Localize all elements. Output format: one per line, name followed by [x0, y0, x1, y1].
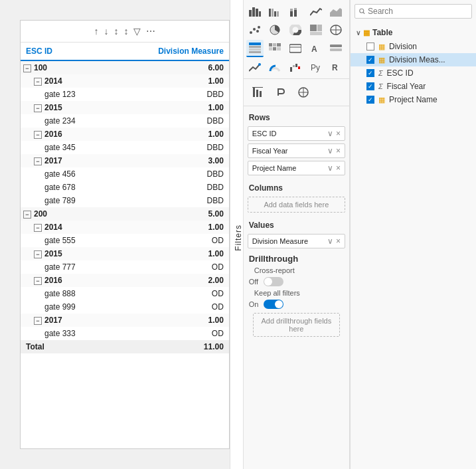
sort-desc-icon[interactable]: ↓: [104, 26, 108, 37]
tree-item-checkbox[interactable]: ✓: [366, 56, 374, 64]
expand-icon[interactable]: −: [34, 224, 42, 232]
map-icon[interactable]: [327, 21, 345, 39]
division-measure-close-icon[interactable]: ×: [336, 236, 341, 246]
text-icon[interactable]: A: [307, 40, 325, 57]
table-tree-header[interactable]: ∨ ▦ Table: [351, 25, 476, 40]
tree-item[interactable]: ✓ΣESC ID: [351, 66, 476, 80]
tree-items-container: ▦Division✓▦Division Meas...✓ΣESC ID✓ΣFis…: [351, 40, 476, 106]
keep-filters-label: Keep all filters: [254, 289, 339, 297]
keep-filters-track[interactable]: [264, 300, 283, 309]
tree-item-checkbox[interactable]: ✓: [366, 82, 374, 90]
cross-report-toggle[interactable]: [264, 277, 283, 286]
table-cell-measure: 1.00: [113, 247, 229, 260]
project-name-chevron-icon[interactable]: ∨: [327, 163, 333, 173]
table-row: −1006.00: [21, 60, 229, 74]
tree-item[interactable]: ✓▦Project Name: [351, 93, 476, 106]
search-input[interactable]: [368, 7, 467, 16]
fiscal-year-pill[interactable]: Fiscal Year ∨ ×: [248, 143, 345, 158]
table-cell-id: gate 789: [21, 194, 113, 207]
tree-item-label: ESC ID: [387, 68, 414, 78]
project-name-pill[interactable]: Project Name ∨ ×: [248, 161, 345, 175]
line-chart-icon[interactable]: [307, 3, 325, 20]
expand-icon[interactable]: −: [34, 157, 42, 165]
multi-bar-icon[interactable]: [266, 3, 283, 20]
svg-marker-12: [330, 8, 342, 17]
svg-text:A: A: [311, 45, 317, 54]
kpi-icon[interactable]: [246, 58, 264, 76]
svg-rect-2: [256, 9, 258, 17]
expand-icon[interactable]: −: [34, 78, 42, 86]
python-icon[interactable]: Py: [307, 58, 325, 76]
build-fields-icon[interactable]: [249, 83, 268, 102]
gauge-icon[interactable]: [266, 58, 283, 76]
expand-icon[interactable]: −: [34, 104, 42, 112]
sort-za-icon[interactable]: ↕: [123, 26, 128, 37]
pie-chart-icon[interactable]: [266, 21, 283, 39]
table-row: −20171.00: [21, 314, 229, 327]
esc-id-chevron-icon[interactable]: ∨: [327, 129, 333, 138]
table-row: −20151.00: [21, 101, 229, 114]
expand-icon[interactable]: −: [23, 211, 31, 219]
esc-id-close-icon[interactable]: ×: [336, 129, 341, 138]
scatter-icon[interactable]: [246, 21, 264, 39]
expand-icon[interactable]: −: [34, 317, 42, 325]
division-measure-pill[interactable]: Division Measure ∨ ×: [248, 234, 345, 248]
keep-filters-toggle[interactable]: [264, 300, 283, 309]
viz-toolbar: [244, 79, 349, 106]
treemap-icon[interactable]: [307, 21, 325, 39]
stacked-bar-icon[interactable]: [287, 3, 304, 20]
table-cell-id: −100: [21, 60, 113, 74]
filter-icon[interactable]: ▽: [133, 26, 141, 37]
svg-rect-6: [274, 11, 276, 17]
expand-icon[interactable]: −: [34, 250, 42, 258]
bar-chart-icon[interactable]: [246, 3, 264, 20]
tree-item[interactable]: ▦Division: [351, 40, 476, 53]
table-cell-measure: 1.00: [113, 101, 229, 114]
sort-asc-icon[interactable]: ↑: [94, 26, 98, 37]
division-measure-chevron-icon[interactable]: ∨: [327, 236, 333, 246]
more-options-icon[interactable]: ⋯: [146, 26, 155, 37]
columns-add-field[interactable]: Add data fields here: [248, 197, 345, 213]
expand-icon[interactable]: −: [34, 131, 42, 139]
tree-item[interactable]: ✓ΣFiscal Year: [351, 80, 476, 93]
tree-item-checkbox[interactable]: ✓: [366, 69, 374, 77]
table-icon[interactable]: [246, 40, 264, 57]
search-bar[interactable]: [355, 4, 472, 19]
card-icon[interactable]: [287, 40, 304, 57]
table-row: gate 777OD: [21, 260, 229, 274]
format-icon[interactable]: [272, 83, 290, 102]
donut-chart-icon[interactable]: [287, 21, 304, 39]
matrix-icon[interactable]: [266, 40, 283, 57]
tree-item[interactable]: ✓▦Division Meas...: [351, 53, 476, 66]
cross-report-track[interactable]: [264, 277, 283, 286]
table-cell-measure: 6.00: [113, 60, 229, 74]
expand-icon[interactable]: −: [34, 277, 42, 285]
area-chart-icon[interactable]: [327, 3, 345, 20]
svg-rect-34: [273, 47, 276, 50]
table-row: −20151.00: [21, 247, 229, 260]
table-cell-measure: 1.00: [113, 221, 229, 234]
fiscal-year-close-icon[interactable]: ×: [336, 146, 341, 155]
table-row: −2005.00: [21, 207, 229, 221]
esc-id-pill[interactable]: ESC ID ∨ ×: [248, 126, 345, 141]
svg-rect-43: [293, 65, 295, 67]
project-name-close-icon[interactable]: ×: [336, 163, 341, 173]
slicer-icon[interactable]: [327, 40, 345, 57]
drillthrough-title: Drillthrough: [249, 254, 344, 264]
svg-text:R: R: [332, 63, 338, 72]
values-section-label: Values: [244, 217, 349, 233]
r-icon[interactable]: R: [327, 58, 345, 76]
tree-item-checkbox[interactable]: [366, 43, 374, 50]
table-row: −20141.00: [21, 221, 229, 234]
expand-icon[interactable]: −: [23, 64, 31, 72]
svg-rect-21: [317, 25, 322, 31]
sort-az-icon[interactable]: ↕: [114, 26, 118, 37]
drillthrough-add-field[interactable]: Add drillthrough fields here: [253, 313, 340, 337]
svg-point-14: [253, 28, 256, 31]
fiscal-year-chevron-icon[interactable]: ∨: [327, 146, 333, 155]
svg-rect-4: [269, 9, 271, 17]
table-cell-measure: 1.00: [113, 314, 229, 327]
waterfall-icon[interactable]: [287, 58, 304, 76]
analytics-icon[interactable]: [294, 83, 313, 102]
tree-item-checkbox[interactable]: ✓: [366, 96, 374, 104]
